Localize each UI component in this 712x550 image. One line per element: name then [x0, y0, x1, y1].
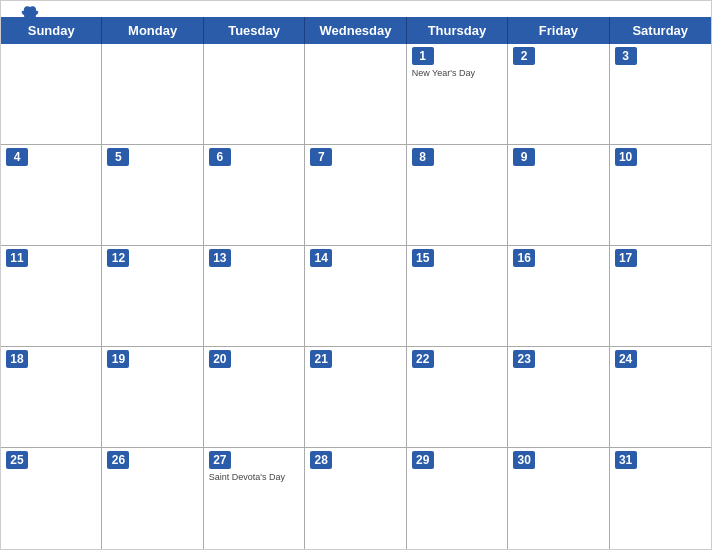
calendar-grid: 1New Year's Day2345678910111213141516171…: [1, 44, 711, 549]
day-cell: 20: [204, 347, 305, 448]
day-cell: 16: [508, 246, 609, 347]
day-number: 11: [6, 249, 28, 267]
day-cell: 18: [1, 347, 102, 448]
day-cell: 5: [102, 145, 203, 246]
day-cell: 19: [102, 347, 203, 448]
day-number: 13: [209, 249, 231, 267]
day-cell: 22: [407, 347, 508, 448]
day-cell: [1, 44, 102, 145]
day-number: 21: [310, 350, 332, 368]
day-header-thursday: Thursday: [407, 17, 508, 44]
day-cell: 10: [610, 145, 711, 246]
day-number: 18: [6, 350, 28, 368]
day-header-saturday: Saturday: [610, 17, 711, 44]
day-number: 23: [513, 350, 535, 368]
day-number: 27: [209, 451, 231, 469]
day-cell: 15: [407, 246, 508, 347]
day-number: 1: [412, 47, 434, 65]
day-cell: 6: [204, 145, 305, 246]
day-number: 26: [107, 451, 129, 469]
day-cell: 4: [1, 145, 102, 246]
day-cell: [102, 44, 203, 145]
day-number: 30: [513, 451, 535, 469]
day-cell: 11: [1, 246, 102, 347]
day-cell: 9: [508, 145, 609, 246]
day-number: 15: [412, 249, 434, 267]
day-cell: 31: [610, 448, 711, 549]
day-cell: 14: [305, 246, 406, 347]
day-header-wednesday: Wednesday: [305, 17, 406, 44]
day-cell: 30: [508, 448, 609, 549]
day-number: 17: [615, 249, 637, 267]
day-number: 29: [412, 451, 434, 469]
day-cell: 17: [610, 246, 711, 347]
day-number: 25: [6, 451, 28, 469]
day-number: 22: [412, 350, 434, 368]
day-cell: 2: [508, 44, 609, 145]
day-header-friday: Friday: [508, 17, 609, 44]
day-cell: 28: [305, 448, 406, 549]
day-number: 6: [209, 148, 231, 166]
day-cell: 13: [204, 246, 305, 347]
day-number: 3: [615, 47, 637, 65]
day-number: 7: [310, 148, 332, 166]
day-cell: 3: [610, 44, 711, 145]
day-number: 24: [615, 350, 637, 368]
day-header-tuesday: Tuesday: [204, 17, 305, 44]
day-header-monday: Monday: [102, 17, 203, 44]
day-cell: 21: [305, 347, 406, 448]
day-cell: 7: [305, 145, 406, 246]
day-cell: [305, 44, 406, 145]
holiday-label: New Year's Day: [412, 68, 502, 79]
day-number: 5: [107, 148, 129, 166]
day-cell: [204, 44, 305, 145]
calendar-header: [1, 1, 711, 17]
day-number: 10: [615, 148, 637, 166]
day-number: 2: [513, 47, 535, 65]
day-cell: 1New Year's Day: [407, 44, 508, 145]
day-number: 19: [107, 350, 129, 368]
day-cell: 12: [102, 246, 203, 347]
day-cell: 29: [407, 448, 508, 549]
day-cell: 25: [1, 448, 102, 549]
logo-bird-icon: [21, 5, 39, 27]
day-number: 16: [513, 249, 535, 267]
day-cell: 8: [407, 145, 508, 246]
day-cell: 27Saint Devota's Day: [204, 448, 305, 549]
day-cell: 24: [610, 347, 711, 448]
day-cell: 26: [102, 448, 203, 549]
calendar-container: SundayMondayTuesdayWednesdayThursdayFrid…: [0, 0, 712, 550]
day-number: 9: [513, 148, 535, 166]
day-number: 8: [412, 148, 434, 166]
day-number: 12: [107, 249, 129, 267]
day-number: 28: [310, 451, 332, 469]
day-number: 4: [6, 148, 28, 166]
logo: [17, 9, 39, 27]
day-cell: 23: [508, 347, 609, 448]
day-number: 14: [310, 249, 332, 267]
day-number: 20: [209, 350, 231, 368]
day-headers: SundayMondayTuesdayWednesdayThursdayFrid…: [1, 17, 711, 44]
holiday-label: Saint Devota's Day: [209, 472, 299, 483]
day-number: 31: [615, 451, 637, 469]
